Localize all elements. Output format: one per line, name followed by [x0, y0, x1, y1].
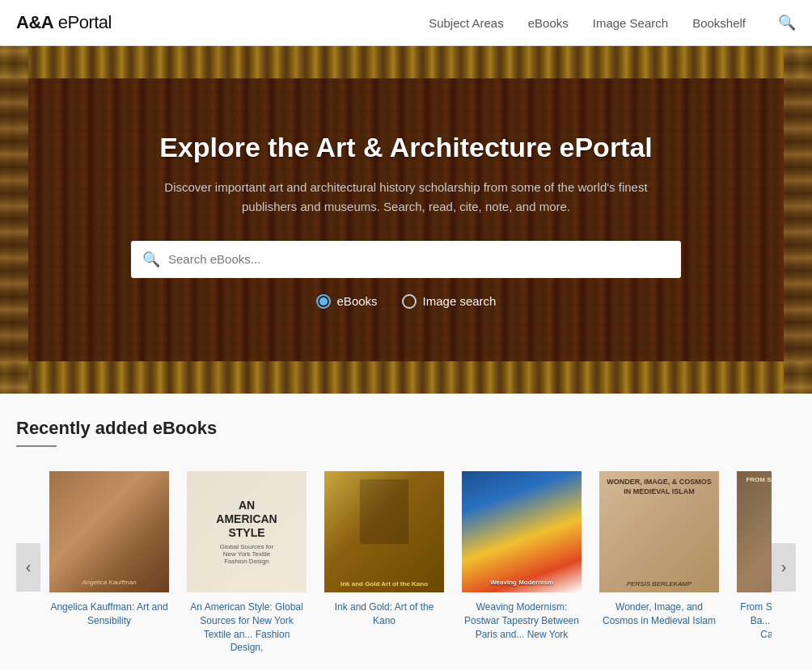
book-title[interactable]: From San Jua... Paris and Ba... Francisc… — [736, 600, 772, 641]
search-bar: 🔍 — [131, 241, 681, 278]
search-type-radio-group: eBooks Image search — [316, 294, 497, 309]
radio-image-search[interactable]: Image search — [402, 294, 497, 309]
radio-image-search-circle[interactable] — [402, 294, 417, 309]
recently-added-title: Recently added eBooks — [16, 418, 796, 439]
radio-ebooks-label: eBooks — [337, 294, 378, 308]
book-cover-art: FROM SAN JUAN TO PARIS AND BACK — [737, 471, 772, 592]
book-item[interactable]: AN AMERICAN STYLE Global Sources forNew … — [178, 471, 315, 663]
carousel-prev-button[interactable]: ‹ — [16, 543, 40, 592]
book-item[interactable]: Weaving Modernism Weaving Modernism: Pos… — [453, 471, 590, 663]
book-cover-art: Ink and Gold Art of the Kano — [324, 471, 444, 592]
site-logo[interactable]: A&A ePortal — [16, 12, 112, 33]
recently-added-section: Recently added eBooks ‹ Angelica Kauffma… — [0, 394, 812, 670]
book-cover: FROM SAN JUAN TO PARIS AND BACK — [737, 471, 772, 592]
hero-subtitle: Discover important art and architectural… — [147, 178, 665, 217]
book-cover-art: Weaving Modernism — [462, 471, 582, 592]
navigation: A&A ePortal Subject Areas eBooks Image S… — [0, 0, 812, 46]
hero-section: Explore the Art & Architecture ePortal D… — [0, 46, 812, 394]
book-cover: Weaving Modernism — [462, 471, 582, 592]
book-cover: Angelica Kauffman — [49, 471, 169, 592]
radio-ebooks-circle[interactable] — [316, 294, 331, 309]
hero-content: Explore the Art & Architecture ePortal D… — [0, 46, 812, 394]
search-bar-icon: 🔍 — [142, 251, 160, 268]
book-item[interactable]: FROM SAN JUAN TO PARIS AND BACK From San… — [728, 471, 772, 663]
nav-links: Subject Areas eBooks Image Search Booksh… — [429, 14, 796, 32]
book-cover-art: WONDER, IMAGE, & COSMOS IN MEDIEVAL ISLA… — [599, 471, 719, 592]
book-title[interactable]: Wonder, Image, and Cosmos in Medieval Is… — [598, 600, 720, 628]
book-title[interactable]: Ink and Gold: Art of the Kano — [324, 600, 445, 628]
nav-subject-areas[interactable]: Subject Areas — [429, 16, 504, 30]
book-item[interactable]: Angelica Kauffman Angelica Kauffman: Art… — [40, 471, 178, 663]
book-item[interactable]: WONDER, IMAGE, & COSMOS IN MEDIEVAL ISLA… — [590, 471, 728, 663]
nav-search-icon[interactable]: 🔍 — [778, 14, 796, 32]
recently-underline — [16, 445, 57, 447]
nav-bookshelf[interactable]: Bookshelf — [692, 16, 746, 30]
book-item[interactable]: Ink and Gold Art of the Kano Ink and Gol… — [315, 471, 453, 663]
book-title[interactable]: An American Style: Global Sources for Ne… — [186, 600, 307, 655]
book-title[interactable]: Weaving Modernism: Postwar Tapestry Betw… — [461, 600, 582, 641]
book-cover-art: AN AMERICAN STYLE Global Sources forNew … — [187, 471, 307, 592]
radio-image-search-label: Image search — [423, 294, 497, 308]
books-row: Angelica Kauffman Angelica Kauffman: Art… — [40, 471, 772, 663]
nav-ebooks[interactable]: eBooks — [528, 16, 569, 30]
books-carousel: ‹ Angelica Kauffman Angelica Kauffman: A… — [16, 471, 796, 663]
hero-title: Explore the Art & Architecture ePortal — [159, 132, 653, 163]
book-title[interactable]: Angelica Kauffman: Art and Sensibility — [49, 600, 170, 628]
search-input[interactable] — [168, 252, 670, 266]
carousel-next-button[interactable]: › — [772, 543, 796, 592]
book-cover: AN AMERICAN STYLE Global Sources forNew … — [187, 471, 307, 592]
radio-ebooks[interactable]: eBooks — [316, 294, 378, 309]
book-cover-art: Angelica Kauffman — [49, 471, 169, 592]
nav-image-search[interactable]: Image Search — [593, 16, 668, 30]
book-cover: WONDER, IMAGE, & COSMOS IN MEDIEVAL ISLA… — [599, 471, 719, 592]
book-cover: Ink and Gold Art of the Kano — [324, 471, 444, 592]
